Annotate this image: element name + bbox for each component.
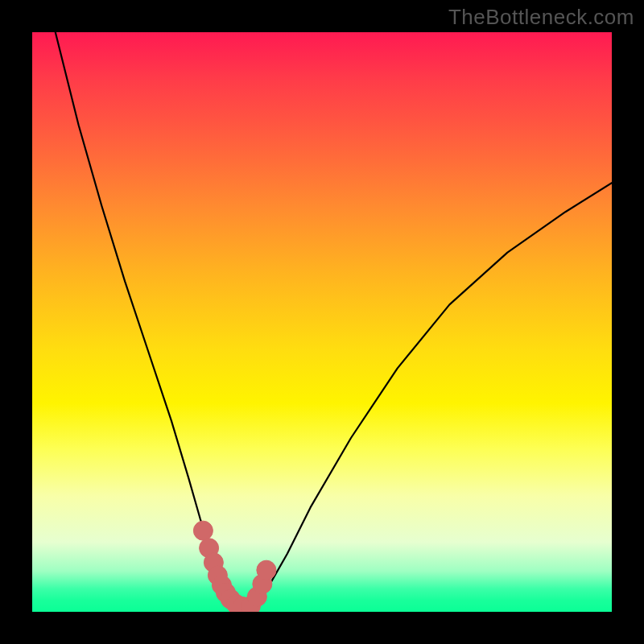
watermark-text: TheBottleneck.com: [448, 5, 634, 30]
chart-svg: [32, 32, 612, 612]
chart-frame: TheBottleneck.com: [0, 0, 644, 644]
marker-point: [193, 521, 213, 540]
marker-point: [257, 560, 276, 580]
plot-area: [32, 32, 612, 612]
bottleneck-curve: [56, 32, 612, 609]
